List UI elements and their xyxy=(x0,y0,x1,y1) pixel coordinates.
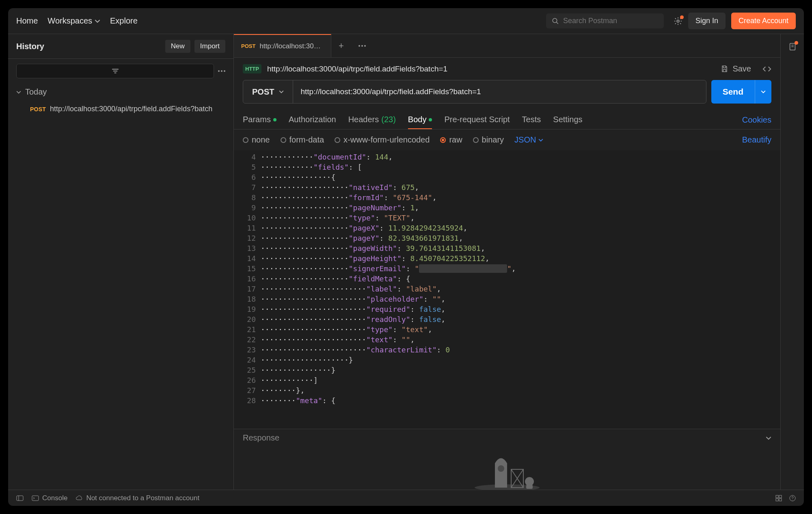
http-badge: HTTP xyxy=(243,64,261,73)
url-input[interactable] xyxy=(293,80,706,103)
tab-more-icon[interactable] xyxy=(351,45,373,47)
new-tab-button[interactable]: + xyxy=(331,41,351,51)
search-box[interactable] xyxy=(546,13,664,28)
toggle-sidebar-icon[interactable] xyxy=(16,495,24,501)
svg-rect-23 xyxy=(779,495,782,498)
chevron-down-icon xyxy=(761,89,766,94)
send-dropdown[interactable] xyxy=(755,80,771,104)
save-icon xyxy=(721,65,728,73)
code-editor[interactable]: 4567891011121314151617181920212223242526… xyxy=(234,150,780,429)
svg-point-6 xyxy=(358,45,360,47)
tab-prerequest[interactable]: Pre-request Script xyxy=(444,111,510,129)
tab-body[interactable]: Body xyxy=(408,111,432,129)
history-item[interactable]: POST http://localhost:3000/api/trpc/fiel… xyxy=(8,101,233,117)
create-account-button[interactable]: Create Account xyxy=(731,13,796,29)
body-none-radio[interactable]: none xyxy=(243,135,270,145)
statusbar: Console Not connected to a Postman accou… xyxy=(8,490,804,506)
tab-method: POST xyxy=(241,43,255,49)
svg-point-8 xyxy=(364,45,366,47)
tab-settings[interactable]: Settings xyxy=(553,111,582,129)
chevron-down-icon xyxy=(95,18,100,24)
console-button[interactable]: Console xyxy=(32,494,67,502)
new-button[interactable]: New xyxy=(165,40,190,53)
notification-dot xyxy=(795,41,798,45)
history-method: POST xyxy=(30,106,46,112)
nav-explore[interactable]: Explore xyxy=(110,16,138,26)
code-lines: ············"documentId": 144,··········… xyxy=(261,150,780,407)
svg-point-7 xyxy=(361,45,363,47)
sidebar: History New Import Today xyxy=(8,34,234,490)
request-tab[interactable]: POST http://localhost:3000/ap xyxy=(234,34,331,57)
signin-button[interactable]: Sign In xyxy=(688,13,726,29)
filter-icon xyxy=(112,68,119,74)
tab-tests[interactable]: Tests xyxy=(522,111,541,129)
search-input[interactable] xyxy=(563,17,658,25)
topbar: Home Workspaces Explore Sign In Create A… xyxy=(8,8,804,34)
method-value: POST xyxy=(252,87,274,97)
svg-point-3 xyxy=(218,70,220,72)
headers-count: (23) xyxy=(381,115,396,124)
send-button[interactable]: Send xyxy=(711,80,755,104)
svg-rect-19 xyxy=(17,496,23,501)
search-icon xyxy=(552,17,559,25)
response-label[interactable]: Response xyxy=(243,433,279,443)
body-active-dot xyxy=(429,118,432,121)
body-binary-radio[interactable]: binary xyxy=(473,135,504,145)
nav-workspaces[interactable]: Workspaces xyxy=(48,16,100,26)
body-formdata-radio[interactable]: form-data xyxy=(281,135,324,145)
sidebar-title: History xyxy=(16,42,44,51)
svg-point-2 xyxy=(677,20,679,22)
svg-point-4 xyxy=(221,70,222,72)
sidebar-more-icon[interactable] xyxy=(218,70,225,72)
documentation-icon[interactable] xyxy=(788,42,797,51)
chevron-down-icon xyxy=(16,90,21,95)
connection-status[interactable]: Not connected to a Postman account xyxy=(76,494,199,502)
tab-label: http://localhost:3000/ap xyxy=(259,42,324,50)
body-raw-radio[interactable]: raw xyxy=(440,135,462,145)
svg-rect-21 xyxy=(32,496,39,501)
nav-workspaces-label: Workspaces xyxy=(48,16,92,26)
svg-point-10 xyxy=(498,465,504,472)
tab-params[interactable]: Params xyxy=(243,111,276,129)
cookies-link[interactable]: Cookies xyxy=(742,115,771,125)
params-active-dot xyxy=(273,118,276,121)
history-group-label: Today xyxy=(25,87,47,97)
svg-point-5 xyxy=(224,70,225,72)
right-rail xyxy=(780,34,804,490)
layout-icon[interactable] xyxy=(775,495,782,501)
svg-rect-22 xyxy=(776,495,778,498)
body-xwww-radio[interactable]: x-www-form-urlencoded xyxy=(335,135,430,145)
line-gutter: 4567891011121314151617181920212223242526… xyxy=(234,150,261,407)
tab-headers[interactable]: Headers (23) xyxy=(348,111,396,129)
svg-point-14 xyxy=(525,477,534,486)
chevron-down-icon xyxy=(279,89,284,94)
response-body xyxy=(234,447,780,490)
svg-point-0 xyxy=(553,18,557,23)
console-icon xyxy=(32,495,39,501)
code-snippet-icon[interactable] xyxy=(762,66,771,72)
history-group-today[interactable]: Today xyxy=(16,87,225,97)
cloud-off-icon xyxy=(76,495,83,501)
save-button[interactable]: Save xyxy=(721,64,751,73)
help-icon[interactable] xyxy=(789,495,796,501)
svg-rect-15 xyxy=(526,485,533,489)
filter-input[interactable] xyxy=(16,64,214,78)
chevron-down-icon[interactable] xyxy=(766,435,771,441)
rocket-illustration xyxy=(473,453,542,490)
tab-authorization[interactable]: Authorization xyxy=(289,111,336,129)
save-label: Save xyxy=(732,64,751,73)
beautify-button[interactable]: Beautify xyxy=(742,135,771,145)
history-url: http://localhost:3000/api/trpc/field.add… xyxy=(50,105,212,113)
svg-rect-24 xyxy=(776,499,778,501)
svg-rect-25 xyxy=(779,499,782,501)
svg-line-1 xyxy=(556,22,558,24)
body-format-dropdown[interactable]: JSON xyxy=(514,135,543,145)
method-select[interactable]: POST xyxy=(243,80,293,103)
chevron-down-icon xyxy=(538,138,543,143)
notification-dot xyxy=(680,15,684,19)
nav-home[interactable]: Home xyxy=(16,16,38,26)
import-button[interactable]: Import xyxy=(194,40,225,53)
request-title: http://localhost:3000/api/trpc/field.add… xyxy=(267,65,715,73)
settings-icon[interactable] xyxy=(674,17,682,26)
tabbar: POST http://localhost:3000/ap + xyxy=(234,34,780,58)
